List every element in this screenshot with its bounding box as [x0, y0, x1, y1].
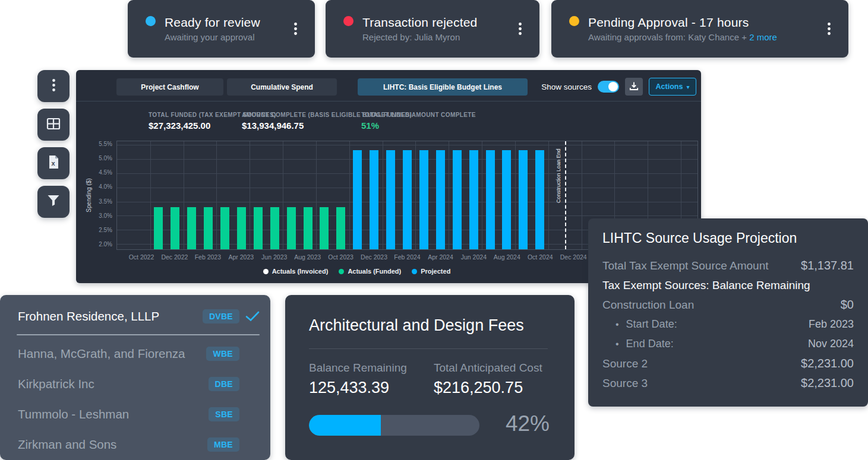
kebab-menu-icon[interactable]	[513, 19, 528, 39]
toggle-knob	[608, 82, 618, 91]
bar-actuals-funded-dec-2022	[171, 207, 179, 249]
bar-projected-sep-2024	[519, 150, 528, 249]
x-tick-label: Aug 2024	[494, 253, 520, 261]
row-label: Start Date:	[626, 318, 809, 331]
list-item-kirkpatrick-inc[interactable]: Kirkpatrick IncDBE	[0, 369, 270, 399]
progress-bar	[309, 415, 479, 436]
subtitle-prefix: Awaiting approvals from: Katy Chance +	[588, 32, 749, 42]
construction-loan-end-line	[565, 141, 566, 249]
bar-actuals-funded-apr-2023	[237, 207, 246, 249]
y-tick-label: 3.0%	[99, 212, 112, 219]
projection-row-tax-exempt-sources-balance-remaining: Tax Exempt Sources: Balance Remaining	[602, 275, 854, 295]
legend-item-actuals-invoiced: Actuals (Invoiced)	[263, 268, 329, 275]
notification-title: Pending Approval - 17 hours	[588, 15, 777, 30]
y-tick-label: 5.5%	[99, 141, 112, 147]
row-label: Total Tax Exempt Source Amount	[602, 259, 801, 272]
certification-badge: DVBE	[203, 309, 239, 323]
vendor-list-card: Frohnen Residence, LLLPDVBEHanna, McGrat…	[0, 295, 270, 460]
table-view-button[interactable]	[37, 109, 70, 141]
balance-remaining-label: Balance Remaining	[309, 361, 407, 375]
x-tick-label: Apr 2024	[428, 253, 453, 261]
svg-text:x: x	[51, 160, 55, 167]
projection-row-construction-loan: Construction Loan$0	[602, 295, 854, 315]
legend-item-actuals-funded: Actuals (Funded)	[339, 268, 401, 275]
x-tick-label: Oct 2022	[129, 253, 154, 261]
list-item-frohnen-residence-lllp[interactable]: Frohnen Residence, LLLPDVBE	[0, 301, 270, 331]
x-tick-label: Dec 2022	[161, 253, 188, 261]
list-item-hanna-mcgrath-and-fiorenza[interactable]: Hanna, McGrath, and FiorenzaWBE	[0, 338, 270, 369]
y-tick-label: 2.0%	[99, 241, 112, 248]
selected-check-icon	[239, 311, 260, 322]
divider	[76, 101, 701, 101]
budget-line-card: Architectural and Design Fees Balance Re…	[285, 295, 575, 460]
bar-projected-apr-2024	[436, 150, 445, 249]
bar-actuals-funded-sep-2023	[320, 207, 329, 249]
row-label: Source 2	[602, 357, 801, 370]
total-anticipated-cost-value: $216,250.75	[434, 379, 542, 397]
total-anticipated-cost-label: Total Anticipated Cost	[434, 361, 542, 375]
notification-card: Pending Approval - 17 hours Awaiting app…	[551, 0, 848, 58]
progress-bar-fill	[309, 415, 381, 436]
x-tick-label: Aug 2023	[294, 253, 321, 261]
bar-projected-dec-2023	[370, 150, 378, 249]
x-tick-label: Oct 2023	[328, 253, 353, 261]
tab-cumulative-spend[interactable]: Cumulative Spend	[227, 78, 337, 96]
actions-button[interactable]: Actions ▾	[649, 78, 696, 96]
row-value: $1,137.81	[801, 259, 854, 272]
show-sources-label: Show sources	[541, 83, 592, 91]
vendor-name: Tummolo - Leshman	[18, 407, 209, 421]
row-label: Tax Exempt Sources: Balance Remaining	[602, 279, 854, 292]
tab-project-cashflow[interactable]: Project Cashflow	[116, 78, 223, 96]
bar-projected-feb-2024	[403, 150, 412, 249]
vendor-name: Zirkman and Sons	[18, 437, 207, 452]
row-value: $2,231.00	[801, 376, 854, 390]
bullet: •	[616, 319, 619, 330]
excel-export-button[interactable]: x	[37, 147, 70, 179]
legend-label: Actuals (Funded)	[348, 268, 401, 275]
bar-actuals-funded-mar-2023	[220, 207, 229, 249]
y-axis: 5.5%5.0%4.5%4.0%3.5%3.0%2.5%2.0%	[76, 141, 112, 250]
list-item-tummolo-leshman[interactable]: Tummolo - LeshmanSBE	[0, 399, 270, 429]
stat-value: 51%	[361, 120, 476, 131]
bar-projected-aug-2024	[502, 150, 511, 249]
kebab-menu-icon[interactable]	[822, 19, 837, 39]
bar-actuals-funded-may-2023	[254, 207, 263, 249]
certification-badge: WBE	[206, 347, 239, 361]
projection-row-start-date: •Start Date:Feb 2023	[602, 315, 854, 334]
divider	[17, 334, 260, 335]
bar-actuals-funded-aug-2023	[304, 207, 313, 249]
row-value: $2,231.00	[801, 357, 854, 370]
show-sources-toggle[interactable]	[598, 81, 619, 93]
panel-title: LIHTC Source Usage Projection	[602, 230, 854, 246]
legend-dot	[263, 269, 269, 274]
legend-dot	[339, 269, 344, 274]
notification-subtitle: Rejected by: Julia Myron	[362, 32, 477, 42]
notification-card: Ready for review Awaiting your approval	[128, 0, 315, 58]
tab-lihtc-basis-eligible-budget-lines[interactable]: LIHTC: Basis Eligible Budget Lines	[358, 78, 528, 96]
filter-button[interactable]	[37, 186, 70, 218]
download-button[interactable]	[625, 78, 643, 96]
x-tick-label: Oct 2024	[528, 253, 553, 261]
actions-label: Actions	[656, 83, 683, 91]
row-label: Construction Loan	[602, 299, 841, 312]
bar-projected-jun-2024	[469, 150, 478, 249]
kebab-menu-icon	[52, 79, 55, 94]
kebab-menu-icon[interactable]	[288, 19, 303, 39]
bar-projected-jan-2024	[386, 150, 395, 249]
notification-subtitle: Awaiting your approval	[165, 32, 260, 42]
x-tick-label: Feb 2023	[195, 253, 221, 261]
vendor-name: Hanna, McGrath, and Fiorenza	[18, 347, 206, 361]
bar-projected-jul-2024	[486, 150, 495, 249]
y-tick-label: 5.0%	[99, 155, 112, 161]
x-tick-label: Feb 2024	[394, 253, 420, 261]
notification-title: Ready for review	[165, 15, 260, 30]
stat-total-funded-amount-complete: TOTAL FUNDED/AMOUNT COMPLETE51%	[361, 112, 476, 131]
notification-title: Transaction rejected	[362, 15, 477, 30]
progress-percent: 42%	[506, 411, 550, 436]
list-item-zirkman-and-sons[interactable]: Zirkman and SonsMBE	[0, 429, 270, 459]
kebab-menu-button[interactable]	[37, 70, 70, 102]
more-approvers-link[interactable]: 2 more	[749, 32, 777, 42]
bar-actuals-funded-jan-2023	[187, 207, 196, 249]
budget-card-title: Architectural and Design Fees	[309, 316, 524, 335]
bar-actuals-funded-feb-2023	[204, 207, 213, 249]
